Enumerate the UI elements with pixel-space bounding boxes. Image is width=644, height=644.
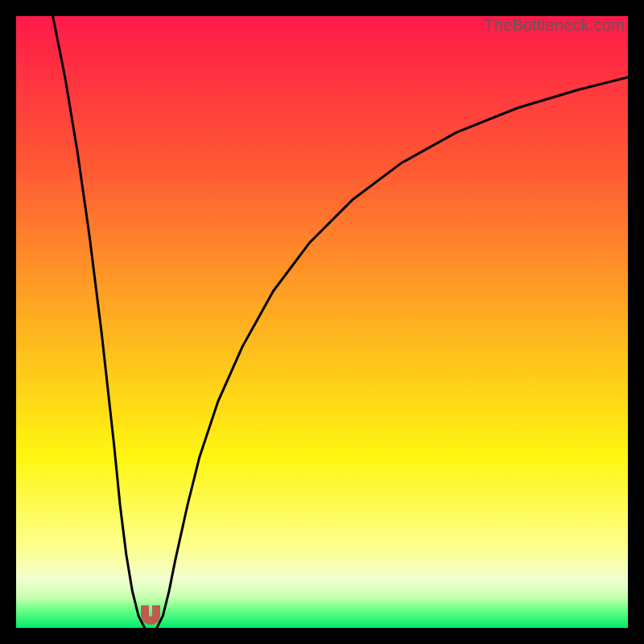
bottleneck-curve	[16, 16, 628, 628]
outer-frame: TheBottleneck.com	[0, 0, 644, 644]
optimal-point-marker	[141, 605, 160, 625]
watermark-text: TheBottleneck.com	[484, 16, 625, 35]
plot-area: TheBottleneck.com	[16, 16, 628, 628]
